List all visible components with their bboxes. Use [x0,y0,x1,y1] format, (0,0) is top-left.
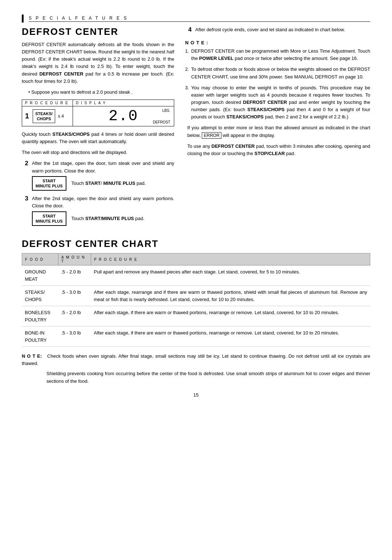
col-header-food: F O O D [22,253,58,265]
right-column: 4 After defrost cycle ends, cover and le… [185,26,370,230]
proc-step-number: 1 [25,112,29,120]
food-cell: STEAKS/ CHOPS [22,286,58,306]
proc-header-procedure: P R O C E D U R E [22,100,73,106]
note-item-2: 2. To defrost other foods or foods above… [185,66,370,80]
step-2-number: 2 [22,160,28,167]
defrost-chart-table: F O O D A M O U N T P R O C E D U R E GR… [22,253,370,347]
step-4-content: After defrost cycle ends, cover and let … [195,26,370,33]
chart-section: DEFROST CENTER CHART F O O D A M O U N T… [22,238,370,347]
proc-left: 1 STEAKS/ CHOPS x 4 [22,106,73,126]
note-item-3: 3. You may choose to enter the weight in… [185,84,370,121]
step-3-touch-text: Touch START/MINUTE PLUS pad. [72,215,144,222]
bottom-note-text-1: Check foods when oven signals. After fin… [22,353,370,366]
note-item-5: To use any DEFROST CENTER pad, touch wit… [185,143,370,157]
step-4: 4 After defrost cycle ends, cover and le… [185,26,370,33]
table-row: BONE-IN POULTRY.5 - 3.0 lbAfter each sta… [22,326,370,347]
display-number: 2.0 [109,109,138,124]
steaks-chops-button[interactable]: STEAKS/ CHOPS [33,109,55,123]
step-4-number: 4 [185,26,192,33]
after-box-text: Quickly touch STEAKS/CHOPS pad 4 times o… [22,131,174,145]
special-features-header: S P E C I A L F E A T U R E S [22,15,370,23]
proc-header-display: D I S P L A Y [73,100,174,106]
bottom-notes: N O T E: Check foods when oven signals. … [22,353,370,385]
display-lbs: LBS. [162,109,170,113]
chart-title: DEFROST CENTER CHART [22,238,370,249]
step-3-content: After the 2nd stage, open the door and s… [32,195,174,226]
bottom-note-text-2: Shielding prevents cooking from occurrin… [46,371,370,384]
col-header-procedure: P R O C E D U R E [91,253,370,265]
start-minute-plus-button-3[interactable]: STARTMINUTE PLUS [32,211,66,226]
bottom-note-1: N O T E: Check foods when oven signals. … [22,353,370,367]
left-column: DEFROST CENTER DEFROST CENTER automatica… [22,26,174,230]
procedure-box: P R O C E D U R E D I S P L A Y 1 STEAKS… [22,100,174,126]
proc-right: LBS. 2.0 DEFROST [73,106,174,126]
table-row: BONELESS POULTRY.5 - 2.0 lbAfter each st… [22,306,370,326]
step-2-touch-text: Touch START/ MINUTE PLUS pad. [72,180,146,187]
step-3-number: 3 [22,195,28,202]
food-cell: BONELESS POULTRY [22,306,58,326]
special-features-label: S P E C I A L F E A T U R E S [29,16,370,22]
amount-cell: .5 - 2.0 lb [58,265,91,286]
amount-cell: .5 - 3.0 lb [58,286,91,306]
procedure-cell: Pull apart and remove any thawed pieces … [91,265,370,286]
bottom-note-2: Shielding prevents cooking from occurrin… [22,370,370,385]
col-header-amount: A M O U N T [58,253,91,265]
note-item-4: If you attempt to enter more or less tha… [185,124,370,139]
proc-content: 1 STEAKS/ CHOPS x 4 LBS. 2.0 DEFROST [22,106,174,126]
note-item-1: 1. DEFROST CENTER can be programmed with… [185,48,370,62]
note-section: N O T E : 1. DEFROST CENTER can be progr… [185,40,370,157]
bullet-example: Suppose you want to defrost a 2.0 pound … [28,89,174,96]
oven-stop-text: The oven will stop and directions will b… [22,149,174,156]
amount-cell: .5 - 3.0 lb [58,326,91,347]
step-3-button-row: STARTMINUTE PLUS Touch START/MINUTE PLUS… [32,211,174,226]
procedure-cell: After each stage, if there are warm or t… [91,306,370,326]
table-row: STEAKS/ CHOPS.5 - 3.0 lbAfter each stage… [22,286,370,306]
step-3: 3 After the 2nd stage, open the door and… [22,195,174,226]
bottom-note-label-1: N O T E: [22,353,42,359]
error-display: ERROR [202,132,221,139]
note-title: N O T E : [185,40,370,45]
step-2-content: After the 1st stage, open the door, turn… [32,160,174,191]
start-minute-plus-button-2[interactable]: STARTMINUTE PLUS [32,176,66,191]
page-number: 15 [22,392,370,398]
procedure-cell: After each stage, rearrange and if there… [91,286,370,306]
intro-paragraph: DEFROST CENTER automatically defrosts al… [22,41,174,85]
food-cell: GROUND MEAT [22,265,58,286]
proc-box-header: P R O C E D U R E D I S P L A Y [22,100,174,106]
header-bar [22,15,24,23]
food-cell: BONE-IN POULTRY [22,326,58,347]
note-list: 1. DEFROST CENTER can be programmed with… [185,48,370,157]
amount-cell: .5 - 2.0 lb [58,306,91,326]
defrost-center-title: DEFROST CENTER [22,26,174,37]
display-defrost-label: DEFROST [153,120,170,124]
step-2-button-row: STARTMINUTE PLUS Touch START/ MINUTE PLU… [32,176,174,191]
step-2: 2 After the 1st stage, open the door, tu… [22,160,174,191]
table-row: GROUND MEAT.5 - 2.0 lbPull apart and rem… [22,265,370,286]
times-indicator: x 4 [58,114,64,119]
procedure-cell: After each stage, if there are warm or t… [91,326,370,347]
